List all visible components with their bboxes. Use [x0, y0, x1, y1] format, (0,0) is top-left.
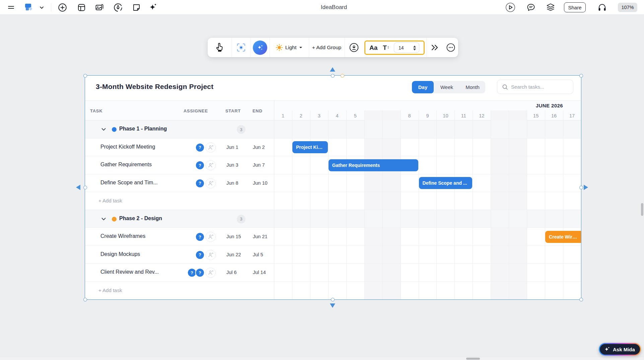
- gantt-chart-widget[interactable]: 3-Month Website Redesign Project Day Wee…: [85, 76, 581, 299]
- updown-arrow-icon: ↕: [387, 45, 389, 50]
- resize-handle-bottom-center[interactable]: [331, 298, 335, 301]
- search-icon: [502, 84, 508, 90]
- zoom-level-button[interactable]: 107%: [618, 3, 637, 12]
- ai-assist-button[interactable]: [251, 38, 270, 57]
- add-assignee-button[interactable]: [206, 143, 216, 153]
- assignee-avatar[interactable]: ?: [195, 250, 205, 260]
- resize-handle-top-left[interactable]: [83, 74, 87, 78]
- collapse-toolbar-button[interactable]: [426, 38, 443, 57]
- group-color-dot: [112, 217, 117, 221]
- plus-circle-icon: [58, 3, 67, 12]
- context-toolbar: Light + Add Group Aa T↕ 14: [208, 38, 458, 57]
- font-size-icon-button[interactable]: T↕: [383, 44, 389, 52]
- add-assignee-button[interactable]: [206, 160, 216, 170]
- extend-down-arrow[interactable]: [330, 303, 335, 308]
- layout-tool-button[interactable]: [76, 0, 86, 15]
- theme-dropdown[interactable]: Light: [270, 38, 309, 57]
- search-input[interactable]: [511, 84, 568, 90]
- present-button[interactable]: [505, 0, 516, 15]
- extend-right-arrow[interactable]: [584, 185, 588, 190]
- resize-handle-mid-right[interactable]: [579, 186, 583, 189]
- person-add-icon: [208, 252, 214, 258]
- add-assignee-button[interactable]: [206, 178, 216, 188]
- gantt-bar[interactable]: Gather Requirements: [329, 159, 418, 171]
- select-tool-button[interactable]: [208, 38, 231, 57]
- assignee-avatar[interactable]: ?: [195, 143, 205, 152]
- font-size-t: T: [383, 44, 387, 52]
- tab-month[interactable]: Month: [460, 81, 485, 93]
- group-task-count: 3: [237, 215, 245, 223]
- add-assignee-button[interactable]: [206, 268, 216, 278]
- font-size-value: 14: [399, 45, 404, 51]
- collapse-chevron-icon[interactable]: [101, 217, 106, 221]
- resize-handle-bottom-left[interactable]: [83, 298, 87, 301]
- add-group-label: + Add Group: [312, 44, 341, 51]
- focus-tool-button[interactable]: [231, 38, 251, 57]
- vertical-scrollbar-thumb[interactable]: [641, 203, 643, 216]
- add-group-button[interactable]: + Add Group: [309, 38, 345, 57]
- resize-handle-mid-left[interactable]: [83, 186, 87, 189]
- font-size-input[interactable]: 14: [394, 42, 419, 53]
- column-start: START: [225, 101, 241, 121]
- extend-up-arrow[interactable]: [330, 67, 335, 72]
- ai-tools-button[interactable]: [148, 0, 158, 15]
- task-end-date: Jul 5: [253, 252, 263, 257]
- add-element-button[interactable]: [57, 0, 67, 15]
- tab-day[interactable]: Day: [412, 81, 434, 93]
- group-color-dot: [112, 127, 117, 132]
- media-tool-button[interactable]: [94, 0, 104, 15]
- task-search: [497, 80, 573, 94]
- assignee-avatar[interactable]: ?: [195, 268, 205, 277]
- add-task-button[interactable]: + Add task: [98, 198, 122, 203]
- gantt-bar-label: Create Wirefra: [545, 234, 581, 240]
- ask-mida-button[interactable]: Ask Mida: [599, 343, 641, 356]
- font-size-stepper[interactable]: [413, 43, 416, 53]
- assignee-avatar[interactable]: ?: [195, 179, 205, 188]
- draw-tool-button[interactable]: [113, 0, 123, 15]
- board-logo[interactable]: [23, 0, 34, 15]
- resize-handle-top-center[interactable]: [331, 74, 335, 78]
- horizontal-scrollbar-thumb[interactable]: [466, 358, 480, 360]
- add-assignee-button[interactable]: [206, 250, 216, 260]
- resize-handle-bottom-right[interactable]: [579, 298, 583, 301]
- task-name: Design Mockups: [100, 251, 140, 257]
- collapse-chevron-icon[interactable]: [101, 127, 106, 132]
- tab-week[interactable]: Week: [434, 81, 460, 93]
- download-circle-icon: [349, 42, 359, 53]
- resize-handle-top-right[interactable]: [579, 74, 583, 78]
- board-switcher-button[interactable]: [38, 0, 45, 15]
- export-button[interactable]: [345, 38, 363, 57]
- focus-scan-icon: [236, 42, 246, 53]
- share-label: Share: [568, 5, 581, 10]
- adjust-handle-top[interactable]: [341, 74, 344, 78]
- more-options-button[interactable]: [443, 38, 458, 57]
- layers-button[interactable]: [545, 0, 556, 15]
- month-label: JUNE 2026: [462, 103, 563, 108]
- gantt-bar-label: Project Kic...: [292, 145, 328, 150]
- task-end-date: Jun 10: [253, 180, 268, 186]
- add-task-button[interactable]: + Add task: [98, 287, 122, 293]
- stepper-up-icon[interactable]: [413, 46, 416, 48]
- comments-button[interactable]: [526, 0, 536, 15]
- extend-left-arrow[interactable]: [76, 185, 80, 190]
- main-menu-button[interactable]: [7, 0, 15, 15]
- task-name: Client Review and Rev...: [100, 269, 159, 275]
- gantt-bar[interactable]: Create Wirefra: [545, 231, 581, 243]
- task-start-date: Jun 15: [226, 234, 241, 239]
- add-assignee-button[interactable]: [206, 232, 216, 242]
- task-name: Project Kickoff Meeting: [100, 144, 155, 150]
- theme-label: Light: [285, 44, 297, 51]
- stepper-down-icon[interactable]: [413, 49, 416, 51]
- font-controls-highlight: Aa T↕ 14: [364, 40, 425, 55]
- share-button[interactable]: Share: [564, 2, 586, 12]
- font-family-button[interactable]: Aa: [369, 44, 377, 52]
- view-switcher: Day Week Month: [412, 81, 485, 93]
- assignee-avatar[interactable]: ?: [195, 161, 205, 170]
- sticky-note-button[interactable]: [131, 0, 141, 15]
- gantt-bar[interactable]: Project Kic...: [292, 141, 328, 153]
- audio-button[interactable]: [597, 0, 607, 15]
- gantt-bar[interactable]: Define Scope and ...: [419, 177, 473, 189]
- tab-day-label: Day: [418, 84, 428, 90]
- assignee-avatar[interactable]: ?: [195, 232, 205, 242]
- horizontal-scrollbar[interactable]: [0, 357, 644, 360]
